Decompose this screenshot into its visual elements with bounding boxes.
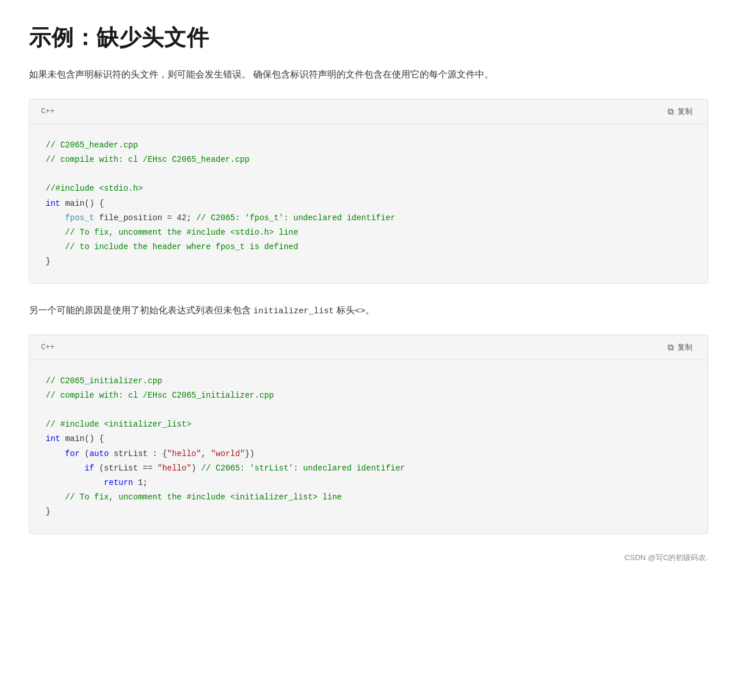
between-text: 另一个可能的原因是使用了初始化表达式列表但未包含 initializer_lis… [29,302,708,318]
description-text: 如果未包含声明标识符的头文件，则可能会发生错误。 确保包含标识符声明的文件包含在… [29,66,708,83]
footer-text: CSDN @写C的初级码农. [29,553,708,563]
copy-label-2: 复制 [677,342,692,353]
code-content-1: // C2065_header.cpp // compile with: cl … [29,124,708,283]
copy-icon-1: ⧉ [668,106,674,117]
page-title: 示例：缺少头文件 [29,23,708,53]
code-content-2: // C2065_initializer.cpp // compile with… [29,360,708,534]
code-block-1-header: C++ ⧉ 复制 [29,99,708,124]
copy-icon-2: ⧉ [668,342,674,353]
copy-label-1: 复制 [677,106,692,117]
copy-button-2[interactable]: ⧉ 复制 [664,341,696,354]
code-block-2-header: C++ ⧉ 复制 [29,335,708,360]
code-lang-2: C++ [41,343,54,351]
copy-button-1[interactable]: ⧉ 复制 [664,105,696,118]
code-block-2: C++ ⧉ 复制 // C2065_initializer.cpp // com… [29,335,708,534]
code-lang-1: C++ [41,107,54,116]
code-block-1: C++ ⧉ 复制 // C2065_header.cpp // compile … [29,99,708,284]
